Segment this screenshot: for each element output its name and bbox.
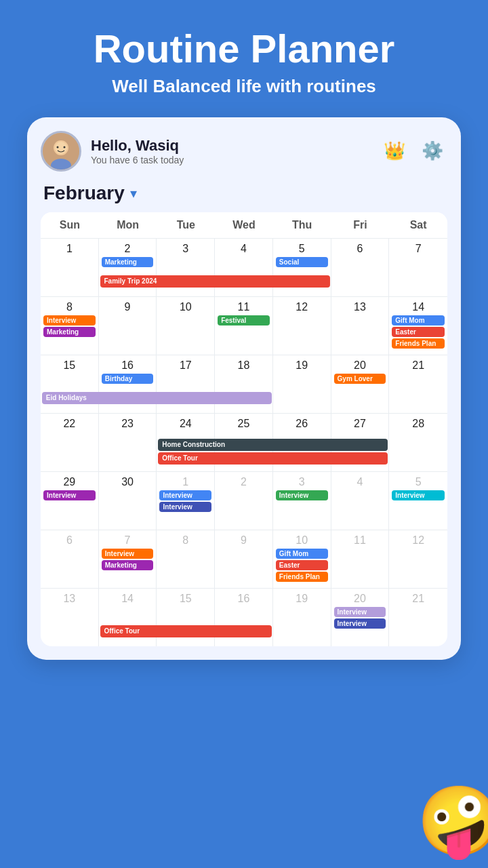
- settings-icon[interactable]: ⚙️: [418, 136, 447, 166]
- cal-cell-4-3[interactable]: 2: [215, 472, 273, 530]
- event-badge[interactable]: Easter: [392, 327, 445, 337]
- cal-cell-1-1[interactable]: 9: [99, 297, 157, 355]
- cal-cell-0-5[interactable]: 6: [331, 239, 390, 296]
- event-badge[interactable]: Interview: [43, 315, 96, 326]
- cal-cell-0-0[interactable]: 1: [41, 239, 99, 296]
- cal-cell-2-5[interactable]: 20Gym Lover: [331, 355, 390, 413]
- event-badge[interactable]: Interview: [276, 490, 328, 500]
- crown-icon[interactable]: 👑: [380, 136, 409, 166]
- cal-cell-3-0[interactable]: 22: [41, 414, 99, 471]
- cal-cell-1-6[interactable]: 14Gift MomEasterFriends Plan: [389, 297, 447, 355]
- cal-cell-4-6[interactable]: 5Interview: [389, 472, 447, 530]
- header-icons: 👑 ⚙️: [380, 136, 447, 166]
- cal-cell-2-1[interactable]: 16Birthday: [99, 355, 157, 413]
- event-badge[interactable]: Friends Plan: [392, 338, 445, 349]
- cal-cell-5-5[interactable]: 11: [331, 530, 390, 588]
- day-header-sat: Sat: [389, 212, 447, 238]
- event-badge[interactable]: Gym Lover: [334, 374, 386, 384]
- event-badge[interactable]: Gift Mom: [392, 315, 445, 326]
- day-number: 10: [276, 534, 328, 547]
- user-info: Hello, Wasiq You have 6 task today: [41, 131, 184, 172]
- day-number: 15: [159, 593, 211, 605]
- cal-cell-6-3[interactable]: 16: [215, 589, 273, 646]
- cal-cell-5-1[interactable]: 7InterviewMarketing: [99, 530, 157, 588]
- cal-cell-6-1[interactable]: 14: [99, 589, 157, 646]
- day-number: 30: [102, 476, 154, 488]
- cal-cell-4-0[interactable]: 29Interview: [41, 472, 99, 530]
- day-header-fri: Fri: [331, 212, 390, 238]
- calendar-row-wrapper-4: 29Interview301InterviewInterview23Interv…: [41, 471, 447, 530]
- month-dropdown-icon[interactable]: ▾: [130, 185, 137, 201]
- cal-cell-6-2[interactable]: 15: [157, 589, 215, 646]
- cal-cell-0-1[interactable]: 2Marketing: [99, 239, 157, 296]
- user-text: Hello, Wasiq You have 6 task today: [91, 137, 184, 165]
- event-badge[interactable]: Marketing: [102, 560, 154, 570]
- cal-cell-5-2[interactable]: 8: [157, 530, 215, 588]
- day-number: 21: [392, 593, 445, 605]
- cal-cell-4-2[interactable]: 1InterviewInterview: [157, 472, 215, 530]
- cal-cell-5-6[interactable]: 12: [389, 530, 447, 588]
- cal-cell-6-6[interactable]: 21: [389, 589, 447, 646]
- day-number: 18: [218, 359, 270, 372]
- cal-cell-1-3[interactable]: 11Festival: [215, 297, 273, 355]
- day-number: 7: [102, 534, 154, 547]
- event-badge[interactable]: Interview: [102, 549, 154, 559]
- cal-cell-2-4[interactable]: 19: [273, 355, 331, 413]
- event-badge[interactable]: Friends Plan: [276, 572, 328, 582]
- cal-cell-3-6[interactable]: 28: [389, 414, 447, 471]
- cal-cell-0-4[interactable]: 5Social: [273, 239, 331, 296]
- event-badge[interactable]: Interview: [392, 490, 445, 500]
- cal-cell-1-5[interactable]: 13: [331, 297, 390, 355]
- cal-cell-6-4[interactable]: 19: [273, 589, 331, 646]
- cal-cell-2-3[interactable]: 18: [215, 355, 273, 413]
- span-event[interactable]: Office Tour: [100, 625, 272, 637]
- event-badge[interactable]: Marketing: [43, 327, 96, 337]
- cal-cell-4-4[interactable]: 3Interview: [273, 472, 331, 530]
- cal-cell-6-0[interactable]: 13: [41, 589, 99, 646]
- day-number: 21: [392, 359, 445, 372]
- span-event[interactable]: Office Tour: [158, 452, 388, 465]
- day-number: 1: [159, 476, 211, 488]
- day-number: 2: [102, 243, 154, 255]
- span-event[interactable]: Family Trip 2024: [100, 275, 330, 288]
- day-number: 8: [159, 534, 211, 547]
- span-event[interactable]: Eid Holidays: [42, 392, 272, 404]
- event-badge[interactable]: Easter: [276, 560, 328, 570]
- day-number: 5: [392, 476, 445, 488]
- cal-cell-1-4[interactable]: 12: [273, 297, 331, 355]
- day-number: 16: [102, 359, 154, 372]
- cal-cell-4-5[interactable]: 4: [331, 472, 390, 530]
- cal-cell-5-0[interactable]: 6: [41, 530, 99, 588]
- cal-cell-6-5[interactable]: 20InterviewInterview: [331, 589, 390, 646]
- event-badge[interactable]: Interview: [334, 618, 386, 629]
- day-number: 1: [43, 243, 96, 255]
- event-badge[interactable]: Social: [276, 257, 328, 267]
- cal-cell-2-6[interactable]: 21: [389, 355, 447, 413]
- cal-cell-1-0[interactable]: 8InterviewMarketing: [41, 297, 99, 355]
- event-badge[interactable]: Marketing: [102, 257, 154, 267]
- cal-cell-2-0[interactable]: 15: [41, 355, 99, 413]
- event-badge[interactable]: Birthday: [102, 374, 154, 384]
- event-badge[interactable]: Interview: [43, 490, 96, 500]
- cal-cell-5-4[interactable]: 10Gift MomEasterFriends Plan: [273, 530, 331, 588]
- cal-cell-2-2[interactable]: 17: [157, 355, 215, 413]
- cal-cell-3-1[interactable]: 23: [99, 414, 157, 471]
- cal-cell-5-3[interactable]: 9: [215, 530, 273, 588]
- cal-cell-4-1[interactable]: 30: [99, 472, 157, 530]
- cal-cell-0-3[interactable]: 4: [215, 239, 273, 296]
- day-number: 14: [102, 593, 154, 605]
- day-number: 5: [276, 243, 328, 255]
- event-badge[interactable]: Interview: [159, 490, 211, 500]
- cal-cell-1-2[interactable]: 10: [157, 297, 215, 355]
- event-badge[interactable]: Festival: [218, 315, 270, 326]
- event-badge[interactable]: Interview: [334, 607, 386, 617]
- span-event[interactable]: Home Construction: [158, 439, 388, 451]
- app-subtitle: Well Balanced life with routines: [112, 76, 376, 97]
- cal-cell-0-6[interactable]: 7: [389, 239, 447, 296]
- event-badge[interactable]: Interview: [159, 502, 211, 512]
- calendar-row-6: 131415161920InterviewInterview21: [41, 588, 447, 646]
- event-badge[interactable]: Gift Mom: [276, 549, 328, 559]
- day-number: 10: [159, 301, 211, 313]
- calendar-row-wrapper-0: 12Marketing345Social67Family Trip 2024: [41, 238, 447, 296]
- cal-cell-0-2[interactable]: 3: [157, 239, 215, 296]
